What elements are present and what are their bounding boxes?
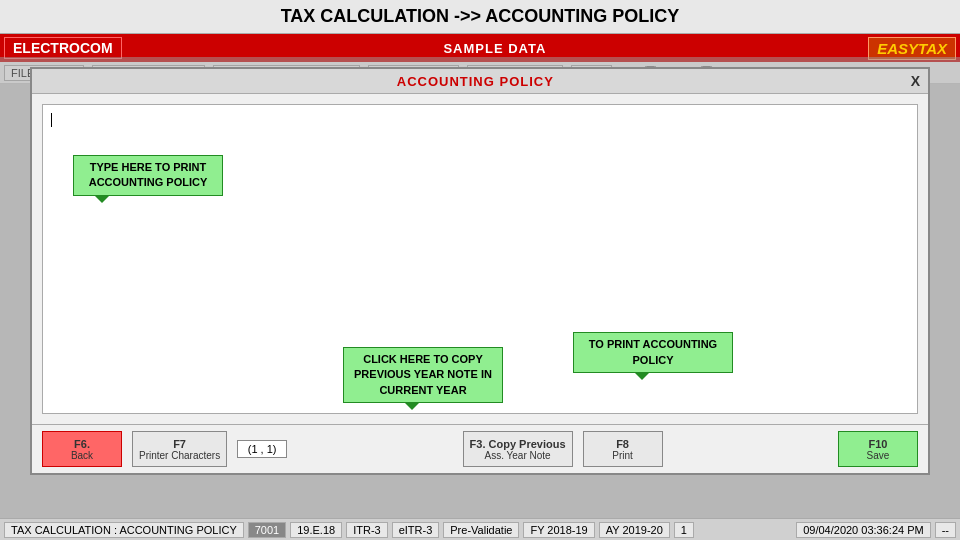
status-page: 1: [674, 522, 694, 538]
f7-label: Printer Characters: [139, 450, 220, 461]
modal-overlay: ACCOUNTING POLICY X TYPE HERE TO PRINT A…: [0, 57, 960, 540]
f6-label: Back: [71, 450, 93, 461]
status-code1: 7001: [248, 522, 286, 538]
modal-window: ACCOUNTING POLICY X TYPE HERE TO PRINT A…: [30, 67, 930, 475]
status-ay: AY 2019-20: [599, 522, 670, 538]
text-cursor: [51, 113, 52, 127]
tooltip3-text: TO PRINT ACCOUNTING POLICY: [589, 338, 717, 365]
f6-key: F6.: [74, 438, 90, 450]
status-code2: 19.E.18: [290, 522, 342, 538]
brand-left: ELECTROCOM: [4, 37, 122, 59]
tooltip-copy-previous[interactable]: CLICK HERE TO COPY PREVIOUS YEAR NOTE IN…: [343, 347, 503, 403]
status-code4: eITR-3: [392, 522, 440, 538]
modal-title-bar: ACCOUNTING POLICY X: [32, 69, 928, 94]
tooltip-accounting-policy: TYPE HERE TO PRINT ACCOUNTING POLICY: [73, 155, 223, 196]
f7-printer-button[interactable]: F7 Printer Characters: [132, 431, 227, 467]
f3-label: Ass. Year Note: [484, 450, 550, 461]
status-fy: FY 2018-19: [523, 522, 594, 538]
status-datetime: 09/04/2020 03:36:24 PM: [796, 522, 930, 538]
f3-copy-button[interactable]: F3. Copy Previous Ass. Year Note: [463, 431, 573, 467]
f7-key: F7: [173, 438, 186, 450]
f10-save-button[interactable]: F10 Save: [838, 431, 918, 467]
status-bar: TAX CALCULATION : ACCOUNTING POLICY 7001…: [0, 518, 960, 540]
status-code3: ITR-3: [346, 522, 388, 538]
f8-label: Print: [612, 450, 633, 461]
f8-key: F8: [616, 438, 629, 450]
title-text: TAX CALCULATION ->> ACCOUNTING POLICY: [281, 6, 680, 26]
app-title: TAX CALCULATION ->> ACCOUNTING POLICY: [0, 0, 960, 34]
tooltip1-text: TYPE HERE TO PRINT ACCOUNTING POLICY: [89, 161, 208, 188]
button-bar: F6. Back F7 Printer Characters (1 , 1) F…: [32, 424, 928, 473]
f10-key: F10: [869, 438, 888, 450]
f6-back-button[interactable]: F6. Back: [42, 431, 122, 467]
status-module: TAX CALCULATION : ACCOUNTING POLICY: [4, 522, 244, 538]
text-area[interactable]: TYPE HERE TO PRINT ACCOUNTING POLICY CLI…: [42, 104, 918, 414]
status-code5: Pre-Validatie: [443, 522, 519, 538]
f8-print-button[interactable]: F8 Print: [583, 431, 663, 467]
tooltip-print-policy[interactable]: TO PRINT ACCOUNTING POLICY: [573, 332, 733, 373]
f3-key: F3. Copy Previous: [470, 438, 566, 450]
status-dash: --: [935, 522, 956, 538]
brand-center: SAMPLE DATA: [122, 41, 869, 56]
f10-label: Save: [867, 450, 890, 461]
cursor-coordinates: (1 , 1): [237, 440, 287, 458]
tooltip2-text: CLICK HERE TO COPY PREVIOUS YEAR NOTE IN…: [354, 353, 492, 396]
modal-close-button[interactable]: X: [911, 73, 920, 89]
modal-title: ACCOUNTING POLICY: [40, 74, 911, 89]
